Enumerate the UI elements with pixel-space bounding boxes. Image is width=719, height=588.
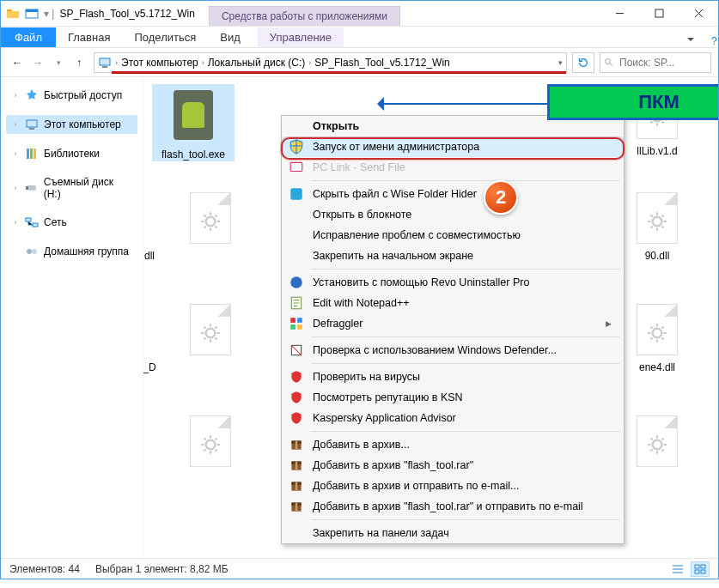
ribbon-tab-manage[interactable]: Управление — [258, 27, 344, 47]
winrar-icon — [289, 458, 304, 473]
nav-back-button[interactable]: ← — [8, 53, 27, 72]
svg-rect-3 — [100, 58, 110, 65]
network-icon — [25, 215, 39, 229]
view-details-button[interactable] — [668, 561, 687, 577]
ctx-pc-link[interactable]: PC Link - Send File — [282, 157, 624, 178]
svg-rect-2 — [655, 9, 663, 17]
ctx-kaspersky-advisor[interactable]: Kaspersky Application Advisor — [282, 408, 624, 428]
address-bar[interactable]: › Этот компьютер › Локальный диск (C:) ›… — [94, 52, 567, 73]
ctx-rar-email[interactable]: Добавить в архив и отправить по e-mail..… — [282, 476, 624, 496]
file-ene4[interactable]: ene4.dll — [616, 300, 698, 374]
svg-rect-51 — [701, 570, 705, 573]
ctx-open-notepad[interactable]: Открыть в блокноте — [282, 204, 624, 225]
view-icons-button[interactable] — [691, 561, 710, 577]
ribbon-file-tab[interactable]: Файл — [1, 27, 56, 47]
ctx-defender[interactable]: Проверка с использованием Windows Defend… — [282, 340, 624, 361]
file-mtk-allinone[interactable]: MTK_AllInOne_DA.bin — [143, 300, 157, 386]
svg-rect-49 — [701, 565, 705, 568]
svg-rect-9 — [30, 149, 33, 159]
sidebar-label: Домашняя группа — [44, 246, 129, 258]
ctx-kaspersky-scan[interactable]: Проверить на вирусы — [282, 367, 624, 387]
qa-divider: ▾ | — [44, 8, 54, 20]
exe-icon — [174, 90, 213, 140]
ribbon-tab-share[interactable]: Поделиться — [122, 27, 208, 47]
computer-icon — [98, 56, 112, 70]
file-flashtoollibex[interactable]: FlashtoollibEx.dll — [143, 189, 157, 263]
ctx-rar-email-named[interactable]: Добавить в архив "flash_tool.rar" и отпр… — [282, 496, 624, 517]
help-button[interactable]: ? — [704, 35, 718, 47]
file-flash-tool-exe[interactable]: flash_tool.exe — [152, 84, 235, 161]
ctx-compat[interactable]: Исправление проблем с совместимостью — [282, 225, 624, 246]
ribbon-expand-button[interactable] — [677, 34, 704, 47]
svg-rect-38 — [296, 441, 297, 450]
ctx-rar-add-named[interactable]: Добавить в архив "flash_tool.rar" — [282, 455, 624, 476]
file-90dll[interactable]: 90.dll — [616, 189, 698, 263]
winrar-icon — [289, 499, 304, 514]
star-icon — [25, 88, 39, 102]
refresh-button[interactable] — [572, 52, 594, 73]
ctx-npp[interactable]: Edit with Notepad++ — [282, 293, 624, 313]
ctx-revo[interactable]: Установить с помощью Revo Uninstaller Pr… — [282, 272, 624, 293]
folder-icon — [6, 7, 20, 21]
ctx-pin-start[interactable]: Закрепить на начальном экране — [282, 246, 624, 266]
winrar-icon — [289, 478, 304, 494]
ctx-rar-add[interactable]: Добавить в архив... — [282, 434, 624, 455]
sidebar-this-pc[interactable]: › Этот компьютер — [6, 115, 137, 134]
file-item[interactable] — [169, 412, 252, 474]
annotation-underline — [112, 71, 566, 74]
sidebar-quick-access[interactable]: › Быстрый доступ — [6, 86, 137, 105]
minimize-button[interactable] — [600, 1, 639, 26]
pclink-icon — [289, 160, 304, 175]
breadcrumb-root[interactable]: Этот компьютер › — [121, 57, 204, 69]
sidebar-homegroup[interactable]: Домашняя группа — [6, 242, 137, 261]
svg-rect-34 — [297, 324, 302, 330]
sidebar-label: Съемный диск (H:) — [44, 176, 132, 200]
computer-icon — [25, 118, 39, 131]
ctx-pin-taskbar[interactable]: Закрепить на панели задач — [282, 523, 624, 543]
ctx-defraggler[interactable]: Defraggler▶ — [282, 313, 624, 334]
close-button[interactable] — [679, 1, 718, 26]
svg-rect-44 — [296, 482, 297, 491]
search-icon — [604, 58, 614, 68]
svg-rect-33 — [290, 324, 296, 330]
winrar-icon — [289, 437, 304, 452]
defender-icon — [289, 342, 304, 358]
file-item[interactable] — [616, 412, 698, 474]
nav-up-button[interactable]: ↑ — [70, 53, 88, 72]
breadcrumb-folder[interactable]: SP_Flash_Tool_v5.1712_Win — [314, 57, 449, 69]
sidebar-label: Этот компьютер — [44, 118, 121, 130]
search-box[interactable] — [600, 52, 711, 73]
window-title: SP_Flash_Tool_v5.1712_Win — [59, 8, 194, 20]
nav-forward-button[interactable]: → — [28, 53, 47, 72]
sidebar-libraries[interactable]: › Библиотеки — [6, 144, 137, 163]
ctx-wise-hider[interactable]: Скрыть файл с Wise Folder Hider — [282, 184, 624, 204]
svg-rect-4 — [102, 66, 107, 68]
ctx-run-as-admin[interactable]: Запуск от имени администратора — [282, 136, 624, 157]
address-dropdown-icon[interactable]: ▾ — [558, 58, 563, 67]
ribbon-tab-home[interactable]: Главная — [56, 27, 122, 47]
sidebar-label: Быстрый доступ — [44, 89, 122, 101]
ctx-kaspersky-ksn[interactable]: Посмотреть репутацию в KSN — [282, 387, 624, 408]
sidebar-removable[interactable]: › Съемный диск (H:) — [6, 173, 137, 203]
explorer-icon — [25, 7, 39, 21]
file-qtcore4[interactable]: QtCore4.dll — [143, 412, 157, 486]
sidebar-network[interactable]: › Сеть — [6, 213, 137, 232]
context-menu: Открыть Запуск от имени администратора P… — [281, 115, 625, 544]
svg-rect-31 — [290, 318, 296, 323]
maximize-button[interactable] — [639, 1, 679, 26]
ribbon-tab-view[interactable]: Вид — [208, 27, 253, 47]
ribbon-context-group: Средства работы с приложениями — [209, 6, 400, 26]
title-bar: ▾ | SP_Flash_Tool_v5.1712_Win Средства р… — [1, 1, 718, 27]
navigation-row: ← → ▾ ↑ › Этот компьютер › Локальный дис… — [1, 48, 718, 77]
svg-rect-7 — [29, 128, 34, 130]
file-item[interactable] — [169, 300, 252, 362]
search-input[interactable] — [618, 56, 707, 70]
nav-history-button[interactable]: ▾ — [49, 53, 68, 72]
svg-rect-27 — [290, 162, 302, 171]
svg-point-15 — [27, 249, 32, 254]
kaspersky-icon — [289, 369, 304, 385]
annotation-arrow — [381, 103, 547, 105]
revo-icon — [289, 275, 304, 290]
breadcrumb-drive[interactable]: Локальный диск (C:) › — [208, 57, 312, 69]
file-item[interactable] — [169, 189, 252, 251]
